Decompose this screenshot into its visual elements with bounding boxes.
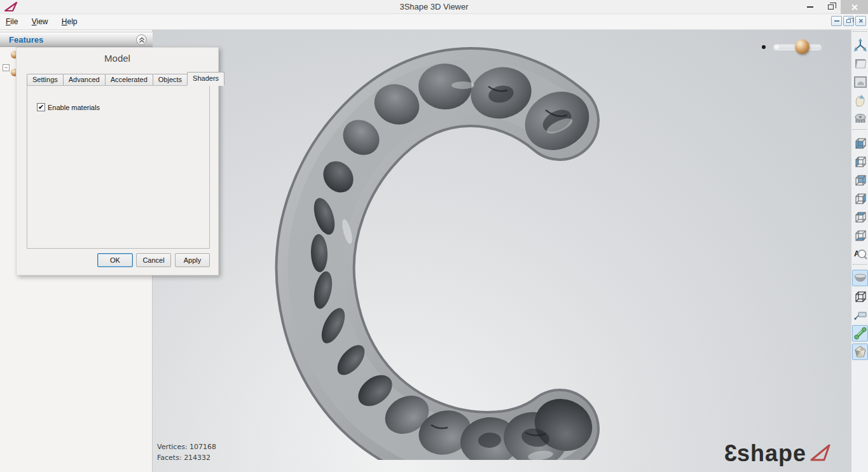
features-title: Features [9, 35, 43, 45]
tooth-shade-icon[interactable] [852, 92, 868, 109]
slider-track-cap [775, 45, 779, 49]
title-bar: 3Shape 3D Viewer [0, 0, 868, 14]
menu-bar: File View Help [0, 15, 868, 30]
toolbar-separator [853, 129, 867, 133]
slider-dot-icon [762, 45, 766, 49]
menu-file[interactable]: File [0, 15, 24, 28]
vertices-stat: Vertices: 107168 [157, 441, 216, 452]
restore-icon [828, 4, 834, 10]
toolbar-separator [853, 264, 867, 268]
menu-help[interactable]: Help [56, 15, 83, 28]
tree-expander[interactable]: − [3, 64, 10, 71]
model-dialog: Model Settings Advanced Accelerated Obje… [16, 47, 219, 275]
minimize-icon [834, 20, 839, 22]
tab-accelerated[interactable]: Accelerated [105, 74, 153, 85]
tab-objects[interactable]: Objects [153, 74, 188, 85]
enable-materials-label: Enable materials [48, 104, 100, 111]
slider-handle[interactable] [795, 39, 809, 54]
mdi-close-button[interactable] [855, 16, 866, 26]
restore-icon [846, 19, 851, 23]
mdi-minimize-button[interactable] [831, 16, 842, 26]
close-button[interactable] [841, 0, 868, 14]
cancel-button[interactable]: Cancel [136, 253, 171, 267]
view-cube-back-icon[interactable] [852, 172, 868, 188]
close-icon [851, 4, 858, 11]
restore-button[interactable] [820, 0, 841, 14]
gem-quality-icon[interactable] [852, 344, 868, 360]
facets-stat: Facets: 214332 [157, 452, 216, 463]
annotation-tag-icon[interactable] [852, 307, 868, 323]
tab-advanced[interactable]: Advanced [63, 74, 106, 85]
minimize-button[interactable] [800, 0, 820, 14]
features-header: Features [0, 32, 153, 47]
dialog-title: Model [17, 53, 218, 64]
view-cube-top-icon[interactable] [852, 209, 868, 225]
dental-scan-model [272, 43, 619, 460]
3shape-watermark: 3shape [724, 440, 833, 467]
3shape-triangle-icon [809, 443, 833, 464]
view-toolbar: A [851, 30, 868, 472]
menu-view[interactable]: View [26, 15, 54, 28]
minimize-icon [807, 6, 813, 8]
mdi-window-controls [831, 16, 866, 26]
folder-icon[interactable] [852, 55, 868, 72]
clipping-bowl-icon[interactable] [852, 270, 868, 286]
apply-button[interactable]: Apply [175, 253, 210, 267]
window-title: 3Shape 3D Viewer [0, 2, 868, 11]
capture-view-icon[interactable] [852, 74, 868, 90]
view-cube-right-icon[interactable] [852, 190, 868, 207]
view-cube-front-icon[interactable] [852, 135, 868, 151]
model-opacity-slider[interactable] [762, 39, 832, 55]
articulation-link-icon[interactable] [852, 325, 868, 342]
collapse-panel-button[interactable] [136, 34, 147, 45]
chevron-up-icon [139, 37, 145, 43]
view-cube-bottom-icon[interactable] [852, 227, 868, 244]
application-window: 3Shape 3D Viewer File View Help Features… [0, 0, 868, 472]
mesh-stats: Vertices: 107168 Facets: 214332 [157, 441, 216, 463]
tab-settings[interactable]: Settings [27, 74, 64, 85]
dialog-tabs: Settings Advanced Accelerated Objects Sh… [27, 72, 224, 85]
close-icon [858, 18, 864, 24]
wireframe-cube-icon[interactable] [852, 288, 868, 305]
viewport-canvas[interactable]: Vertices: 107168 Facets: 214332 3shape [153, 30, 851, 472]
view-cube-left-icon[interactable] [852, 153, 868, 170]
mdi-restore-button[interactable] [843, 16, 854, 26]
enable-materials-row: ✔ Enable materials [37, 103, 100, 111]
toolbar-separator [853, 31, 867, 35]
ok-button[interactable]: OK [97, 253, 133, 267]
tab-shaders[interactable]: Shaders [187, 72, 224, 85]
transform-axes-icon[interactable] [852, 37, 868, 53]
enable-materials-checkbox[interactable]: ✔ [37, 103, 45, 111]
tape-measure-icon[interactable] [852, 111, 868, 127]
zoom-annotation-icon[interactable]: A [852, 246, 868, 262]
